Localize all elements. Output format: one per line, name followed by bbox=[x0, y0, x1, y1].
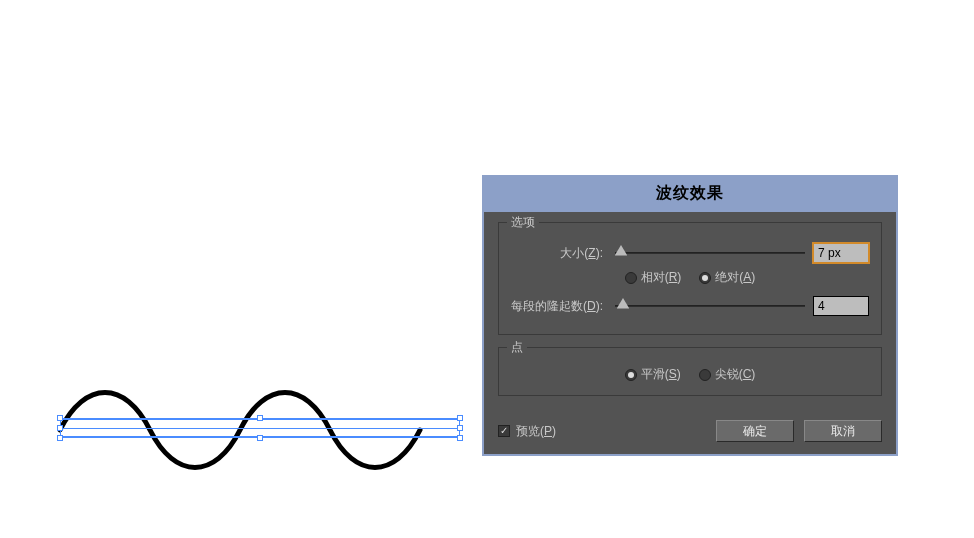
point-fieldset: 点 平滑(S) 尖锐(C) bbox=[498, 347, 882, 396]
size-row: 大小(Z): bbox=[511, 243, 869, 263]
zigzag-effect-dialog: 波纹效果 选项 大小(Z): 相对(R) bbox=[482, 175, 898, 456]
options-fieldset: 选项 大小(Z): 相对(R) 绝 bbox=[498, 222, 882, 335]
ridges-label: 每段的隆起数(D): bbox=[511, 298, 603, 315]
selection-handle[interactable] bbox=[257, 415, 263, 421]
ridges-input[interactable] bbox=[813, 296, 869, 316]
selection-bounding-box[interactable] bbox=[60, 418, 460, 438]
point-legend: 点 bbox=[507, 339, 527, 356]
size-input[interactable] bbox=[813, 243, 869, 263]
size-mode-radios: 相对(R) 绝对(A) bbox=[511, 269, 869, 286]
dialog-title: 波纹效果 bbox=[484, 177, 896, 212]
ridges-slider[interactable] bbox=[615, 298, 805, 314]
radio-icon bbox=[625, 272, 637, 284]
selection-handle[interactable] bbox=[57, 415, 63, 421]
selection-handle[interactable] bbox=[257, 435, 263, 441]
options-legend: 选项 bbox=[507, 214, 539, 231]
checkbox-icon: ✓ bbox=[498, 425, 510, 437]
selection-handle[interactable] bbox=[57, 425, 63, 431]
radio-icon bbox=[625, 369, 637, 381]
size-slider[interactable] bbox=[615, 245, 805, 261]
selection-guide-line bbox=[61, 428, 459, 429]
point-mode-radios: 平滑(S) 尖锐(C) bbox=[511, 366, 869, 383]
slider-thumb[interactable] bbox=[615, 245, 627, 255]
selection-handle[interactable] bbox=[457, 435, 463, 441]
selection-handle[interactable] bbox=[457, 415, 463, 421]
relative-radio[interactable]: 相对(R) bbox=[625, 269, 682, 286]
ridges-row: 每段的隆起数(D): bbox=[511, 296, 869, 316]
radio-icon bbox=[699, 369, 711, 381]
ok-button[interactable]: 确定 bbox=[716, 420, 794, 442]
slider-track bbox=[615, 252, 805, 254]
dialog-footer: ✓ 预览(P) 确定 取消 bbox=[484, 416, 896, 454]
absolute-radio[interactable]: 绝对(A) bbox=[699, 269, 755, 286]
radio-icon bbox=[699, 272, 711, 284]
slider-thumb[interactable] bbox=[617, 298, 629, 308]
selection-handle[interactable] bbox=[57, 435, 63, 441]
preview-checkbox[interactable]: ✓ 预览(P) bbox=[498, 423, 556, 440]
smooth-radio[interactable]: 平滑(S) bbox=[625, 366, 681, 383]
cancel-button[interactable]: 取消 bbox=[804, 420, 882, 442]
corner-radio[interactable]: 尖锐(C) bbox=[699, 366, 756, 383]
selection-handle[interactable] bbox=[457, 425, 463, 431]
slider-track bbox=[615, 305, 805, 307]
size-label: 大小(Z): bbox=[511, 245, 603, 262]
